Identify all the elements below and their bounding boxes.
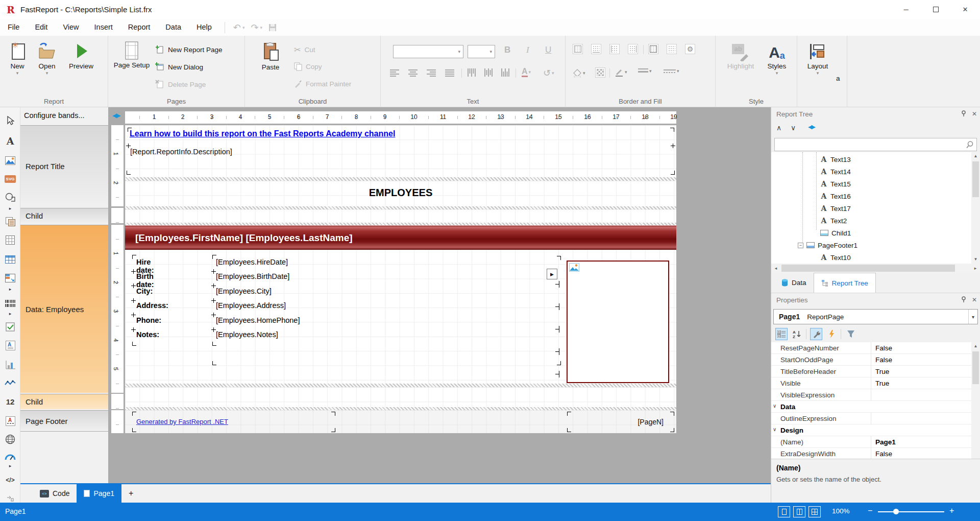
cellular-text-tool-button[interactable]: A [4,415,16,427]
property-row[interactable]: ResetPageNumberFalse [771,342,971,354]
gauge-expand-arrow[interactable]: ▸ [4,463,16,469]
border-left-button[interactable] [609,44,620,54]
field-value[interactable]: [Employees.HireDate] [216,258,288,266]
layout-button[interactable]: Layout ▾ [802,42,833,76]
map-tool-button[interactable] [4,433,16,445]
band-page-footer[interactable]: Page Footer [20,410,108,432]
pin-icon[interactable] [961,296,967,302]
panel-close-icon[interactable]: ✕ [972,296,977,303]
table-tool-button[interactable] [4,253,16,266]
data-header-text-object[interactable]: [Employees.FirstName] [Employees.LastNam… [125,225,676,250]
styles-button[interactable]: A a Styles ▾ [763,42,791,76]
border-right-button[interactable] [628,44,638,54]
tree-item-text10[interactable]: AText10 [771,251,971,264]
save-button[interactable] [265,23,280,32]
menu-report[interactable]: Report [120,19,158,36]
tree-item-text16[interactable]: AText16 [771,190,971,202]
property-category-data[interactable]: ∨Data [771,401,971,413]
property-row[interactable]: OutlineExpression [771,413,971,424]
title-link-text-object[interactable]: Learn how to build this report on the Fa… [130,129,395,138]
employees-heading-text-object[interactable]: EMPLOYEES [125,187,676,199]
border-bottom-button[interactable] [591,44,601,54]
scroll-right-icon[interactable]: ▸ [971,264,980,273]
copy-button[interactable]: Copy [294,62,322,71]
scroll-down-icon[interactable]: ▼ [971,255,980,264]
property-row[interactable]: VisibleTrue [771,377,971,389]
tree-item-child1[interactable]: Child1 [771,227,971,239]
zoom-slider-track[interactable] [878,511,944,512]
maximize-button[interactable] [921,0,950,19]
report-title-band-area[interactable]: Learn how to build this report on the Fa… [125,125,676,177]
object-selector-combobox[interactable]: Page1 ReportPage ▾ [773,309,978,324]
tab-code[interactable]: <> Code [33,484,77,503]
child-band-2-area[interactable] [125,387,676,407]
border-none-button[interactable] [667,44,677,54]
barcode-expand-arrow[interactable]: ▸ [4,311,16,317]
shape-tool-button[interactable] [4,191,16,203]
highlight-button[interactable]: ab Highlight [724,42,757,70]
underline-button[interactable]: U [545,45,551,55]
property-row[interactable]: TitleBeforeHeaderTrue [771,366,971,377]
band-separator[interactable] [125,384,676,387]
chart-tool-button[interactable] [4,359,16,371]
font-color-button[interactable]: A ▾ [522,67,531,77]
align-center-button[interactable] [408,69,418,77]
zoom-out-button[interactable]: − [868,506,872,515]
field-label[interactable]: Notes: [136,330,159,339]
text-tool-button[interactable]: A [4,135,16,147]
new-button[interactable]: ✳ New ▾ [4,41,31,76]
field-label[interactable]: Phone: [136,316,161,324]
align-middle-button[interactable] [484,68,493,77]
format-painter-button[interactable]: Format Painter [294,80,351,88]
report-page[interactable]: Learn how to build this report on the Fa… [125,125,676,433]
paste-button[interactable]: Paste [255,41,286,71]
field-value[interactable]: [Employees.Notes] [216,330,278,339]
border-settings-button[interactable]: ⚙ [685,44,695,54]
tree-item-text2[interactable]: AText2 [771,215,971,227]
property-row-name[interactable]: (Name)Page1 [771,436,971,448]
font-size-combobox[interactable]: ▾ [468,45,495,58]
redo-button[interactable]: ↷▾ [248,22,265,33]
generated-by-link-object[interactable]: Generated by FastReport .NET [136,418,228,425]
field-value[interactable]: [Employees.City] [216,287,272,295]
grid-vertical-scrollbar[interactable]: ▲ [971,342,980,459]
gauge-tool-button[interactable] [4,451,16,463]
view-mode-grid-button[interactable] [808,506,821,517]
svg-tool-button[interactable]: SVG [4,173,16,185]
tab-page1[interactable]: Page1 [77,484,121,503]
matrix-tool-button[interactable] [4,234,16,246]
filter-button[interactable] [845,328,857,340]
band-gap-area[interactable] [125,209,676,223]
line-style-button[interactable]: ▾ [664,67,679,75]
new-report-page-button[interactable]: New Report Page [155,45,223,54]
zoom-in-button[interactable]: + [949,506,954,515]
field-label[interactable]: City: [136,287,153,295]
panel-close-icon[interactable]: ✕ [972,110,977,117]
field-value[interactable]: [Employees.Address] [216,301,286,310]
band-child-2[interactable]: Child [20,394,108,409]
align-left-button[interactable] [390,69,399,77]
move-up-button[interactable]: ∧ [776,124,781,132]
tree-horizontal-scrollbar[interactable]: ◂ ▸ [771,264,980,273]
menu-data[interactable]: Data [158,19,189,36]
band-child-1[interactable]: Child [20,208,108,223]
tree-item-text17[interactable]: AText17 [771,202,971,215]
open-button[interactable]: Open ▾ [34,41,60,76]
tree-item-text14[interactable]: AText14 [771,165,971,178]
collapse-panel-icon[interactable]: ◀▶ [112,112,119,119]
fill-style-button[interactable] [595,67,605,78]
undo-button[interactable]: ↶▾ [230,22,248,33]
move-down-button[interactable]: ∨ [791,124,796,132]
page-footer-band-area[interactable]: Generated by FastReport .NET [PageN] [125,410,676,433]
view-mode-columns-button[interactable] [793,506,805,517]
page-number-text-object[interactable]: [PageN] [615,418,664,426]
field-value[interactable]: [Employees.BirthDate] [216,272,289,280]
tab-data[interactable]: Data [774,273,814,293]
tab-report-tree[interactable]: Report Tree [814,273,876,293]
align-right-button[interactable] [427,69,436,77]
band-separator[interactable] [125,177,676,181]
picture-tool-button[interactable] [4,154,16,167]
menu-file[interactable]: File [0,19,27,36]
align-top-button[interactable] [468,68,476,77]
menu-help[interactable]: Help [189,19,219,36]
